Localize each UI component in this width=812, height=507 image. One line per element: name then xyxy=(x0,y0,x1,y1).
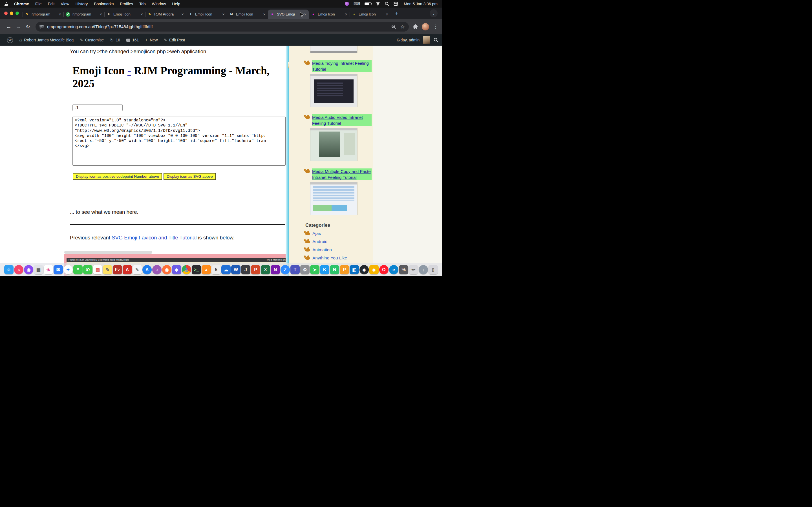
itunes-dock-icon[interactable]: ♪ xyxy=(152,265,161,274)
bookmark-star-icon[interactable]: ☆ xyxy=(400,24,405,30)
notes-dock-icon[interactable]: ✎ xyxy=(103,265,112,274)
textedit-dock-icon[interactable]: ✎ xyxy=(133,265,142,274)
photos-app-dock-icon[interactable]: ◈ xyxy=(172,265,181,274)
browser-tab[interactable]: ✔ rjmprogram × xyxy=(63,10,104,19)
sidebar-tutorial-link[interactable]: Media Tidying Intranet Feeling Tutorial xyxy=(312,60,371,72)
paint-dock-icon[interactable]: ✏ xyxy=(409,265,418,274)
tab-close-icon[interactable]: × xyxy=(59,12,61,17)
tutorial-thumbnail[interactable] xyxy=(310,128,357,161)
comments-menu[interactable]: 161 xyxy=(123,34,142,46)
downloads-dock-icon[interactable]: ↓ xyxy=(419,265,428,274)
tab-close-icon[interactable]: × xyxy=(345,12,347,17)
new-content-menu[interactable]: + New xyxy=(142,34,161,46)
extensions-puzzle-icon[interactable] xyxy=(413,24,418,29)
word-dock-icon[interactable]: W xyxy=(231,265,241,274)
menu-bar-item[interactable]: File xyxy=(35,2,42,6)
codepoint-input[interactable] xyxy=(72,104,123,111)
excel-dock-icon[interactable]: X xyxy=(261,265,270,274)
battery-icon[interactable] xyxy=(364,2,371,5)
activity-monitor-dock-icon[interactable]: % xyxy=(399,265,408,274)
menu-bar-item[interactable]: View xyxy=(61,2,69,6)
wordpress-logo-menu[interactable]: W xyxy=(4,34,16,46)
back-button[interactable]: ← xyxy=(4,22,13,32)
sketch-dock-icon[interactable]: ◆ xyxy=(369,265,378,274)
reload-button[interactable]: ↻ xyxy=(23,22,33,32)
siri-dock-icon[interactable]: ◉ xyxy=(24,265,33,274)
stickies-dock-icon[interactable]: 5 xyxy=(211,265,221,274)
journal-dock-icon[interactable]: J xyxy=(241,265,250,274)
filezilla-dock-icon[interactable]: Fz xyxy=(113,265,122,274)
safari-dock-icon[interactable]: ✦ xyxy=(63,265,73,274)
adobe-dock-icon[interactable]: A xyxy=(123,265,132,274)
browser-tab[interactable]: M Emoji Icon × xyxy=(227,10,268,19)
messages-dock-icon[interactable]: ❝ xyxy=(73,265,83,274)
finder-dock-icon[interactable]: ☺ xyxy=(4,265,13,274)
browser-tab[interactable]: F Emoji Icon × xyxy=(104,10,145,19)
site-info-icon[interactable] xyxy=(40,25,44,29)
onedrive-dock-icon[interactable]: ☁ xyxy=(221,265,231,274)
trash-dock-icon[interactable]: ▯ xyxy=(428,265,438,274)
calendar-dock-icon[interactable]: ▤ xyxy=(93,265,102,274)
status-app-icon[interactable] xyxy=(345,2,349,6)
minimize-window-button[interactable] xyxy=(10,11,13,15)
url-text[interactable]: rjmprogramming.com.au/ITblog/?p=71548&jg… xyxy=(47,24,153,29)
keyboard-icon[interactable]: ⌨ xyxy=(354,2,360,6)
maps-dock-icon[interactable]: ➤ xyxy=(310,265,319,274)
menu-bar-item[interactable]: Tab xyxy=(139,2,146,6)
tab-close-icon[interactable]: × xyxy=(100,12,102,17)
mail-dock-icon[interactable]: ✉ xyxy=(54,265,63,274)
browser-tab[interactable]: ✎ rjmprogram × xyxy=(22,10,63,19)
opera-dock-icon[interactable]: O xyxy=(379,265,389,274)
customise-menu[interactable]: ✎ Customise xyxy=(77,34,107,46)
address-bar[interactable]: rjmprogramming.com.au/ITblog/?p=71548&jg… xyxy=(36,22,409,32)
admin-search-icon[interactable] xyxy=(434,38,438,42)
launchpad-dock-icon[interactable]: ▦ xyxy=(34,265,43,274)
zoom-dock-icon[interactable]: Z xyxy=(281,265,290,274)
close-window-button[interactable] xyxy=(4,11,8,15)
github-dock-icon[interactable]: ◆ xyxy=(359,265,369,274)
tutorial-thumbnail[interactable] xyxy=(310,74,357,107)
tab-close-icon[interactable]: × xyxy=(181,12,184,17)
admin-avatar[interactable] xyxy=(423,36,430,44)
menu-bar-item[interactable]: Edit xyxy=(48,2,54,6)
page-scrollbar-strip[interactable] xyxy=(286,46,289,276)
tab-close-icon[interactable]: × xyxy=(222,12,225,17)
forward-button[interactable]: → xyxy=(13,22,23,32)
category-link[interactable]: Ajax xyxy=(312,231,321,236)
sidebar-tutorial-link[interactable]: Media Audio Video Intranet Feeling Tutor… xyxy=(312,114,371,126)
tab-close-icon[interactable]: × xyxy=(386,12,388,17)
wifi-icon[interactable] xyxy=(375,2,380,6)
browser-menu-icon[interactable]: ⋮ xyxy=(433,24,438,30)
browser-tab[interactable]: ● Emoji Icon × xyxy=(350,10,391,19)
display-svg-button[interactable]: Display icon as SVG above xyxy=(163,173,216,180)
menu-bar-item[interactable]: History xyxy=(75,2,88,6)
browser-tab[interactable]: I Emoji Icon × xyxy=(186,10,227,19)
category-link[interactable]: Android xyxy=(312,239,327,244)
menu-bar-clock[interactable]: Mon 5 Jan 3:36 pm xyxy=(404,2,438,6)
apple-icon[interactable] xyxy=(4,2,8,6)
tab-overflow-chevron-icon[interactable]: ⌄ xyxy=(430,9,438,17)
powerpoint-dock-icon[interactable]: P xyxy=(251,265,260,274)
vscode-dock-icon[interactable]: ◧ xyxy=(350,265,359,274)
sidebar-tutorial-link[interactable]: Media Multiple Copy and Paste Intranet F… xyxy=(312,168,371,180)
post-title-link[interactable]: - xyxy=(128,64,131,76)
numbers-dock-icon[interactable]: N xyxy=(330,265,339,274)
terminal-dock-icon[interactable]: >_ xyxy=(192,265,201,274)
spotlight-search-icon[interactable] xyxy=(385,2,389,6)
pages-dock-icon[interactable]: P xyxy=(340,265,349,274)
howdy-admin-link[interactable]: G'day, admin xyxy=(397,38,419,42)
menu-bar-item[interactable]: Profiles xyxy=(120,2,133,6)
teams-dock-icon[interactable]: T xyxy=(290,265,300,274)
tab-close-icon[interactable]: × xyxy=(140,12,143,17)
new-tab-button[interactable]: + xyxy=(393,9,401,17)
svg-code-textarea[interactable]: <?xml version="1.0" standalone="no"?> <!… xyxy=(72,117,286,166)
edge-dock-icon[interactable]: e xyxy=(389,265,398,274)
display-codepoint-button[interactable]: Display icon as positive codepoint Numbe… xyxy=(73,173,162,180)
settings-dock-icon[interactable]: ⚙ xyxy=(300,265,310,274)
vlc-dock-icon[interactable]: ▲ xyxy=(202,265,211,274)
tab-close-icon[interactable]: × xyxy=(263,12,266,17)
tab-close-icon[interactable]: × xyxy=(304,12,306,17)
category-link[interactable]: Anything You Like xyxy=(312,256,347,261)
menu-bar-item[interactable]: Bookmarks xyxy=(94,2,114,6)
facetime-dock-icon[interactable]: ✆ xyxy=(83,265,93,274)
